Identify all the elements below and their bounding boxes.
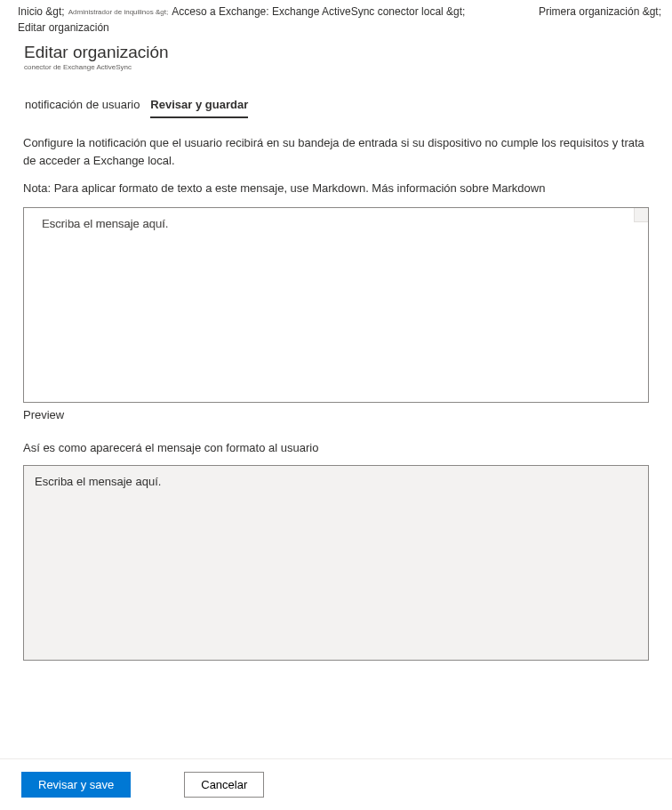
- message-textarea-container: Escriba el mensaje aquí.: [23, 207, 649, 403]
- preview-description: Así es como aparecerá el mensaje con for…: [23, 441, 649, 454]
- description-text: Configure la notificación que el usuario…: [23, 134, 649, 169]
- page-title: Editar organización: [24, 43, 654, 62]
- review-save-button[interactable]: Revisar y save: [21, 772, 131, 798]
- note-text: Nota: Para aplicar formato de texto a es…: [23, 181, 649, 195]
- footer-bar: Revisar y save Cancelar: [0, 758, 672, 810]
- breadcrumb-item-tenant-admin[interactable]: Administrador de inquilinos &gt;: [68, 8, 169, 16]
- breadcrumb: Inicio &gt; Administrador de inquilinos …: [0, 0, 672, 37]
- breadcrumb-item-edit-org: Editar organización: [18, 21, 109, 34]
- message-textarea[interactable]: [24, 208, 648, 402]
- tab-user-notification[interactable]: notificación de usuario: [25, 98, 140, 118]
- page-subtitle: conector de Exchange ActiveSync: [24, 63, 654, 71]
- cancel-button[interactable]: Cancelar: [184, 772, 264, 798]
- page-header: Editar organización conector de Exchange…: [0, 37, 672, 73]
- breadcrumb-item-home[interactable]: Inicio &gt;: [18, 5, 65, 18]
- scrollbar-stub[interactable]: [634, 208, 648, 222]
- breadcrumb-item-first-org[interactable]: Primera organización &gt;: [539, 5, 661, 18]
- tabs: notificación de usuario Revisar y guarda…: [0, 73, 672, 118]
- preview-content: Escriba el mensaje aquí.: [35, 475, 161, 488]
- preview-box: Escriba el mensaje aquí.: [23, 465, 649, 661]
- preview-label: Preview: [23, 408, 649, 421]
- breadcrumb-item-exchange-access[interactable]: Acceso a Exchange: Exchange ActiveSync c…: [172, 5, 465, 18]
- tab-review-save[interactable]: Revisar y guardar: [150, 98, 248, 118]
- content-area: Configure la notificación que el usuario…: [0, 118, 672, 661]
